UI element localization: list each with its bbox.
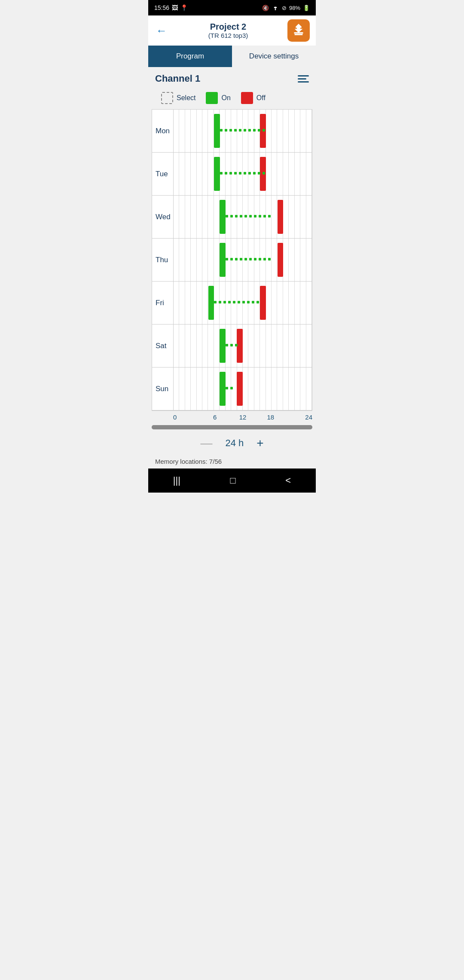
green-bar [214,114,220,148]
mute-icon: 🔇 [262,5,269,11]
dot [229,129,232,132]
green-bar [220,243,226,277]
time-label: 6 [201,413,229,421]
dot [239,129,241,132]
dot [244,129,246,132]
zoom-in-button[interactable]: + [252,435,268,451]
location-icon: 📍 [180,4,188,11]
top-bar: ← Project 2 (TR 612 top3) [148,15,316,46]
memory-bar: Memory locations: 7/56 [148,455,316,469]
photo-icon: 🖼 [172,4,178,11]
day-label: Fri [152,282,174,324]
dot [239,172,241,175]
project-title: Project 2 (TR 612 top3) [169,22,287,39]
dots-container [226,344,238,346]
dot [249,215,252,217]
off-box [241,92,253,104]
scrollbar-track[interactable] [152,425,312,429]
day-label: Mon [152,110,174,152]
chart-row[interactable]: Mon [152,110,312,153]
project-name: Project 2 [169,22,287,32]
dot [254,258,256,260]
time-label: 0 [173,413,201,421]
alarm-icon: ⊘ [282,5,287,11]
dot [253,129,256,132]
tab-device-settings[interactable]: Device settings [232,46,316,67]
back-nav-button[interactable]: < [277,472,299,490]
dot [235,344,238,346]
red-bar [278,243,284,277]
dot [259,258,261,260]
chart-row[interactable]: Tue [152,153,312,196]
battery-icon: 🔋 [303,5,310,11]
red-bar [278,200,284,234]
dot [240,258,242,260]
dot [268,215,271,217]
dot [214,301,217,303]
dot [253,172,256,175]
chart-row[interactable]: Wed [152,196,312,239]
time-label: 18 [256,413,284,421]
day-label: Sun [152,368,174,410]
day-label: Sat [152,325,174,367]
chart-row[interactable]: Sat [152,325,312,368]
dot [259,215,261,217]
day-grid [174,368,312,410]
chart-row[interactable]: Thu [152,239,312,282]
status-left: 15:56 🖼 📍 [154,4,188,11]
dot [258,172,260,175]
select-box [161,92,173,104]
dot [220,172,223,175]
green-bar [208,286,214,320]
dot [226,215,228,217]
dot [244,172,246,175]
dot [263,172,265,175]
upload-button[interactable] [287,19,310,42]
red-bar [237,372,243,406]
dot [235,215,238,217]
green-bar [220,329,226,363]
time-display: 15:56 [154,4,169,11]
dot [244,258,247,260]
day-grid [174,325,312,367]
upload-icon [292,24,305,37]
back-button[interactable]: ← [154,22,169,39]
off-label: Off [256,94,266,102]
dot [248,172,251,175]
dot [219,301,221,303]
tab-program[interactable]: Program [148,46,232,67]
select-label: Select [177,94,195,102]
time-label: 24 [284,413,312,421]
dot [234,129,237,132]
home-button[interactable]: □ [222,472,244,490]
dot [247,301,250,303]
dot [258,129,260,132]
project-sub: (TR 612 top3) [169,32,287,39]
channel-header: Channel 1 [148,67,316,89]
menu-icon[interactable] [298,75,309,83]
zoom-label: 24 h [225,438,244,449]
chart-row[interactable]: Sun [152,368,312,410]
dot [263,215,266,217]
day-grid [174,196,312,238]
status-right: 🔇 ⊘ 98% 🔋 [262,4,310,12]
dots-container [226,387,233,389]
legend-off: Off [241,92,266,104]
dot [229,172,232,175]
dots-container [214,301,259,303]
status-bar: 15:56 🖼 📍 🔇 ⊘ 98% 🔋 [148,0,316,15]
day-grid [174,153,312,195]
recent-apps-button[interactable]: ||| [165,472,189,490]
chart-row[interactable]: Fri [152,282,312,325]
day-label: Thu [152,239,174,281]
zoom-out-button[interactable]: — [196,435,217,451]
scrollbar-thumb [152,425,312,429]
dot [254,215,256,217]
dot [230,344,233,346]
day-grid [174,239,312,281]
channel-title: Channel 1 [155,73,200,84]
dot [242,301,245,303]
dot [230,258,233,260]
tab-bar: Program Device settings [148,46,316,67]
green-bar [220,200,226,234]
